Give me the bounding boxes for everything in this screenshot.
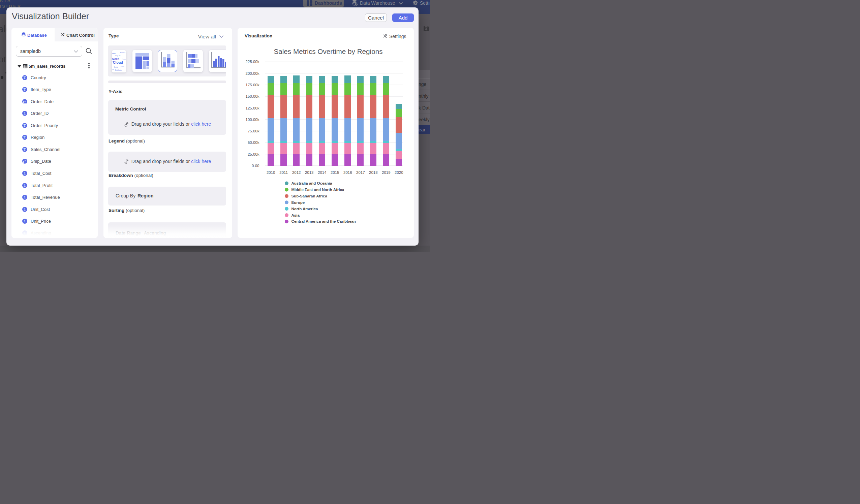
svg-text:150.00k: 150.00k: [246, 94, 259, 98]
svg-text:2017: 2017: [356, 171, 365, 174]
svg-text:75.00k: 75.00k: [248, 129, 259, 133]
svg-text:Europe: Europe: [291, 200, 305, 204]
svg-text:Sub-Saharan Africa: Sub-Saharan Africa: [291, 194, 328, 198]
svg-text:2012: 2012: [292, 171, 301, 174]
svg-text:North America: North America: [291, 207, 318, 211]
svg-text:2010: 2010: [267, 171, 275, 174]
svg-text:2015: 2015: [331, 171, 339, 174]
svg-text:Central America and the Caribb: Central America and the Caribbean: [291, 219, 356, 224]
svg-text:2019: 2019: [382, 171, 390, 174]
svg-text:Sales Metrics Overtime by Regi: Sales Metrics Overtime by Regions: [274, 47, 383, 55]
svg-text:225.00k: 225.00k: [246, 60, 259, 64]
svg-text:50.00k: 50.00k: [248, 141, 259, 145]
svg-text:0.00: 0.00: [252, 164, 259, 168]
svg-text:100.00k: 100.00k: [246, 118, 259, 121]
svg-text:Middle East and North Africa: Middle East and North Africa: [291, 188, 344, 192]
svg-text:2013: 2013: [305, 171, 314, 174]
svg-text:Asia: Asia: [291, 213, 300, 217]
svg-text:200.00k: 200.00k: [246, 71, 259, 75]
svg-text:25.00k: 25.00k: [248, 152, 259, 156]
svg-text:175.00k: 175.00k: [246, 83, 259, 87]
svg-text:125.00k: 125.00k: [246, 106, 259, 110]
svg-text:Australia and Oceania: Australia and Oceania: [291, 181, 332, 185]
svg-text:2020: 2020: [395, 171, 403, 174]
svg-text:2018: 2018: [369, 171, 378, 174]
svg-text:2014: 2014: [318, 171, 327, 174]
svg-text:2011: 2011: [280, 171, 288, 174]
svg-text:2016: 2016: [343, 171, 352, 174]
